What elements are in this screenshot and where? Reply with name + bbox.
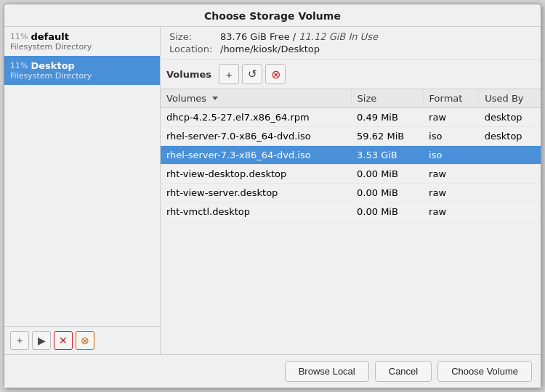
sidebar: 11% default Filesystem Directory 11% Des… <box>4 27 161 354</box>
volume-format: iso <box>423 146 479 165</box>
sidebar-sub-desktop: Filesystem Directory <box>10 71 154 81</box>
volume-used-by <box>479 165 541 184</box>
volume-used-by <box>479 203 541 221</box>
sidebar-name-desktop: Desktop <box>31 60 74 71</box>
volume-format: raw <box>423 184 479 203</box>
volume-used-by: desktop <box>479 127 541 146</box>
sidebar-play-button[interactable]: ▶ <box>32 331 51 350</box>
volumes-table: Volumes Size Format Used By dhcp-4.2.5-2… <box>161 89 541 354</box>
volume-name: rhel-server-7.0-x86_64-dvd.iso <box>161 127 351 146</box>
choose-volume-button[interactable]: Choose Volume <box>437 361 532 382</box>
col-header-format[interactable]: Format <box>423 89 479 108</box>
table-row[interactable]: rht-view-desktop.desktop0.00 MiBraw <box>161 165 541 184</box>
size-row: Size: 83.76 GiB Free / 11.12 GiB In Use <box>169 31 532 42</box>
cancel-button[interactable]: Cancel <box>375 361 432 382</box>
location-row: Location: /home/kiosk/Desktop <box>169 44 532 54</box>
volume-size: 0.49 MiB <box>351 108 423 127</box>
table-row[interactable]: rhel-server-7.3-x86_64-dvd.iso3.53 GiBis… <box>161 146 541 165</box>
volume-size: 0.00 MiB <box>351 184 423 203</box>
sidebar-footer: + ▶ ✕ ⊗ <box>4 326 160 354</box>
sidebar-item-desktop[interactable]: 11% Desktop Filesystem Directory <box>4 56 160 85</box>
volumes-refresh-button[interactable]: ↺ <box>242 64 262 84</box>
volume-name: rht-view-desktop.desktop <box>161 165 351 184</box>
dialog-footer: Browse Local Cancel Choose Volume <box>4 354 541 388</box>
volume-name: rhel-server-7.3-x86_64-dvd.iso <box>161 146 351 165</box>
volume-format: raw <box>423 108 479 127</box>
dialog-title: Choose Storage Volume <box>4 4 541 27</box>
sidebar-name-default: default <box>31 31 68 42</box>
size-free: 83.76 GiB Free <box>220 31 290 42</box>
dialog-body: 11% default Filesystem Directory 11% Des… <box>4 27 541 354</box>
location-label: Location: <box>169 44 220 54</box>
volume-size: 59.62 MiB <box>351 127 423 146</box>
volume-used-by <box>479 184 541 203</box>
volume-format: raw <box>423 165 479 184</box>
col-header-volumes[interactable]: Volumes <box>161 89 351 108</box>
sidebar-percent-default: 11% <box>10 32 28 41</box>
volume-name: dhcp-4.2.5-27.el7.x86_64.rpm <box>161 108 351 127</box>
size-inuse: 11.12 GiB In Use <box>299 31 378 42</box>
choose-storage-dialog: Choose Storage Volume 11% default Filesy… <box>4 4 541 388</box>
volumes-sort-icon <box>212 97 218 100</box>
info-bar: Size: 83.76 GiB Free / 11.12 GiB In Use … <box>161 27 541 60</box>
sidebar-item-default[interactable]: 11% default Filesystem Directory <box>4 27 160 56</box>
sidebar-add-button[interactable]: + <box>10 331 29 350</box>
volumes-toolbar: Volumes + ↺ ⊗ <box>161 60 541 89</box>
volumes-delete-button[interactable]: ⊗ <box>265 64 286 84</box>
sidebar-sub-default: Filesystem Directory <box>10 42 154 52</box>
col-header-usedby[interactable]: Used By <box>479 89 541 108</box>
volume-format: raw <box>423 203 479 221</box>
sidebar-percent-desktop: 11% <box>10 61 28 70</box>
volume-name: rht-view-server.desktop <box>161 184 351 203</box>
volume-used-by <box>479 146 541 165</box>
volume-size: 0.00 MiB <box>351 165 423 184</box>
volumes-add-button[interactable]: + <box>219 64 239 84</box>
table-row[interactable]: dhcp-4.2.5-27.el7.x86_64.rpm0.49 MiBrawd… <box>161 108 541 127</box>
volume-used-by: desktop <box>479 108 541 127</box>
volume-format: iso <box>423 127 479 146</box>
table-row[interactable]: rht-view-server.desktop0.00 MiBraw <box>161 184 541 203</box>
volumes-data-table: Volumes Size Format Used By dhcp-4.2.5-2… <box>161 89 541 221</box>
volume-size: 3.53 GiB <box>351 146 423 165</box>
sidebar-delete-button[interactable]: ✕ <box>54 331 73 350</box>
sidebar-stop-button[interactable]: ⊗ <box>76 331 94 350</box>
col-header-size[interactable]: Size <box>351 89 423 108</box>
browse-local-button[interactable]: Browse Local <box>285 361 369 382</box>
table-row[interactable]: rhel-server-7.0-x86_64-dvd.iso59.62 MiBi… <box>161 127 541 146</box>
table-row[interactable]: rht-vmctl.desktop0.00 MiBraw <box>161 203 541 221</box>
size-label: Size: <box>169 31 220 42</box>
volumes-label: Volumes <box>166 69 211 80</box>
location-value: /home/kiosk/Desktop <box>220 44 320 54</box>
main-content: Size: 83.76 GiB Free / 11.12 GiB In Use … <box>161 27 541 354</box>
size-sep: / <box>290 31 299 42</box>
size-value: 83.76 GiB Free / 11.12 GiB In Use <box>220 31 378 42</box>
volume-size: 0.00 MiB <box>351 203 423 221</box>
volume-name: rht-vmctl.desktop <box>161 203 351 221</box>
